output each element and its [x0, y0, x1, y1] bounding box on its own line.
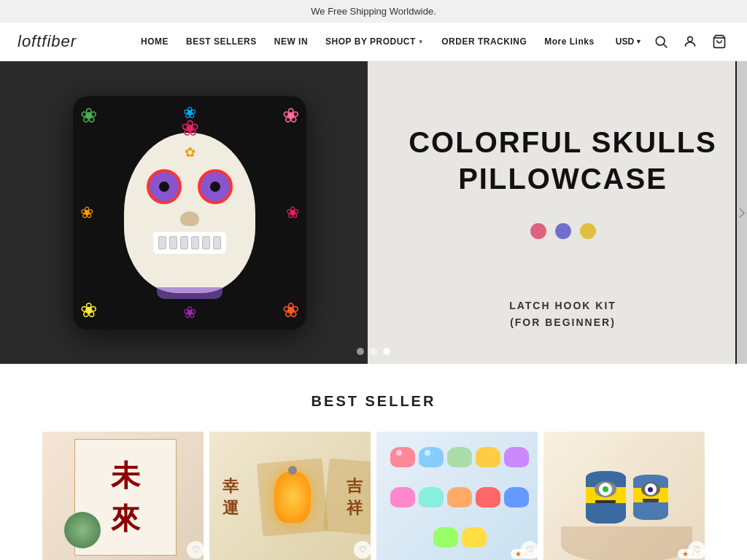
product-image-4: ★ 4.6 ♡ — [543, 432, 705, 560]
cart-button[interactable] — [709, 31, 729, 52]
nav-shop-by-product[interactable]: SHOP BY PRODUCT ▼ — [325, 36, 424, 47]
hero-subtitle: LATCH HOOK KIT (FOR BEGINNER) — [509, 298, 616, 330]
product-4-wishlist-btn[interactable]: ♡ — [688, 541, 705, 559]
nav-more-links[interactable]: More Links — [544, 36, 594, 47]
currency-arrow-icon: ▼ — [635, 38, 642, 45]
product-card-4[interactable]: ★ 4.6 ♡ — [543, 432, 705, 560]
best-seller-title: BEST SELLER — [15, 393, 732, 410]
svg-line-1 — [664, 44, 667, 48]
logo[interactable]: loftfiber — [18, 32, 120, 51]
nav-new-in[interactable]: NEW IN — [274, 36, 308, 47]
carousel-dot-1[interactable] — [357, 348, 364, 355]
svg-point-0 — [656, 36, 665, 45]
best-seller-section: BEST SELLER — [0, 364, 747, 424]
product-card-2[interactable]: 幸運 吉祥 ♡ — [209, 432, 371, 560]
carousel-dot-2[interactable] — [370, 348, 377, 355]
product-image-2: 幸運 吉祥 ♡ — [209, 432, 371, 560]
product-2-wishlist-btn[interactable]: ♡ — [354, 541, 371, 559]
currency-selector[interactable]: USD ▼ — [616, 36, 642, 47]
nav-order-tracking[interactable]: ORDER TRACKING — [441, 36, 527, 47]
search-button[interactable] — [651, 31, 671, 52]
top-banner: We Free Shipping Worldwide. — [0, 0, 747, 23]
nav-home[interactable]: HOME — [141, 36, 169, 47]
product-card-1[interactable]: 未 來 ♡ — [42, 432, 204, 560]
product-grid: 未 來 ♡ 幸運 — [0, 424, 747, 560]
search-icon — [654, 34, 668, 49]
color-dot-yellow — [580, 223, 596, 239]
hero-next-arrow[interactable] — [737, 61, 747, 364]
account-button[interactable] — [680, 31, 700, 52]
hero-section: ❀ ❀ ❀ ❀ ❀ ❀ ❀ ❀ ❀ — [0, 61, 747, 364]
color-dot-blue — [555, 223, 571, 239]
account-icon — [683, 34, 697, 49]
hero-text-content: COLORFUL SKULLS PILLOWCASE LATCH HOOK KI… — [379, 61, 747, 364]
cart-icon — [712, 34, 727, 49]
svg-point-2 — [688, 36, 693, 42]
hero-title: COLORFUL SKULLS PILLOWCASE — [409, 124, 717, 197]
product-3-wishlist-btn[interactable]: ♡ — [521, 541, 538, 559]
product-1-wishlist-btn[interactable]: ♡ — [187, 541, 204, 559]
product-image-3: ★ 4.7 ♡ — [376, 432, 538, 560]
product-image-1: 未 來 ♡ — [42, 432, 204, 560]
main-nav: HOME BEST SELLERS NEW IN SHOP BY PRODUCT… — [120, 36, 616, 47]
carousel-dot-3[interactable] — [383, 348, 390, 355]
hero-image: ❀ ❀ ❀ ❀ ❀ ❀ ❀ ❀ ❀ — [0, 61, 379, 364]
carousel-indicators — [357, 348, 390, 355]
nav-best-sellers[interactable]: BEST SELLERS — [186, 36, 257, 47]
banner-text: We Free Shipping Worldwide. — [311, 6, 436, 17]
header-actions: USD ▼ — [616, 31, 729, 52]
header: loftfiber HOME BEST SELLERS NEW IN SHOP … — [0, 23, 747, 61]
product-card-3[interactable]: ★ 4.7 ♡ — [376, 432, 538, 560]
color-dots — [530, 223, 596, 239]
chevron-down-icon: ▼ — [418, 39, 424, 45]
color-dot-pink — [530, 223, 546, 239]
